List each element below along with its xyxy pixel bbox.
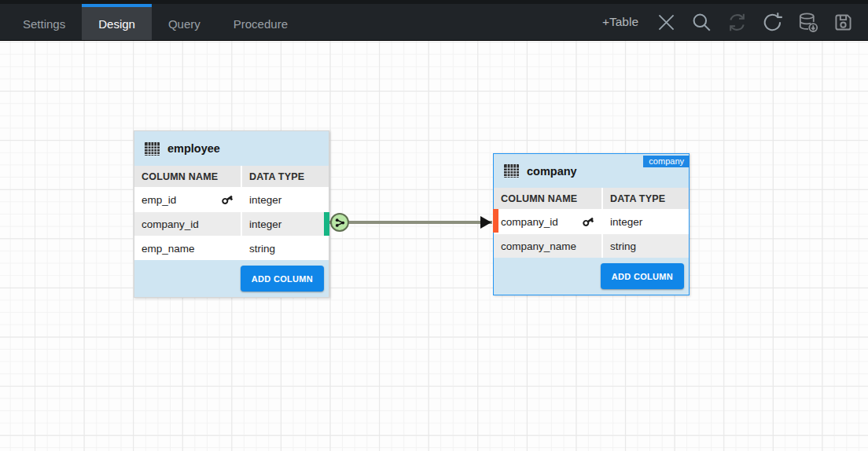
tab-query[interactable]: Query bbox=[152, 4, 217, 40]
data-type-cell[interactable]: integer bbox=[603, 210, 689, 233]
table-selection-badge: company bbox=[643, 156, 690, 167]
add-column-button[interactable]: ADD COLUMN bbox=[601, 263, 684, 289]
table-columns: COLUMN NAME DATA TYPE emp_id integer com… bbox=[134, 166, 329, 260]
column-name-cell[interactable]: company_id bbox=[134, 212, 241, 236]
column-name-cell[interactable]: company_id bbox=[494, 210, 601, 233]
table-grid-icon bbox=[503, 163, 520, 179]
merge-icon bbox=[334, 217, 346, 229]
table-columns: COLUMN NAME DATA TYPE company_id integer… bbox=[494, 188, 689, 258]
tab-design[interactable]: Design bbox=[82, 4, 152, 40]
table-card-company[interactable]: company company COLUMN NAME DATA TYPE co… bbox=[493, 153, 690, 295]
tab-settings[interactable]: Settings bbox=[6, 4, 82, 40]
relationship-connector-handle[interactable] bbox=[330, 213, 349, 232]
database-export-icon[interactable] bbox=[793, 8, 822, 36]
data-type-cell[interactable]: string bbox=[603, 234, 689, 258]
close-icon[interactable] bbox=[652, 8, 680, 36]
table-footer: ADD COLUMN bbox=[134, 260, 329, 297]
top-navbar: Settings Design Query Procedure +Table bbox=[0, 0, 868, 41]
nav-actions: +Table bbox=[596, 4, 857, 40]
column-header-name: COLUMN NAME bbox=[494, 188, 601, 209]
add-column-button[interactable]: ADD COLUMN bbox=[241, 266, 324, 292]
table-name: company bbox=[527, 165, 577, 178]
relation-target-handle[interactable] bbox=[493, 209, 498, 233]
column-name-cell[interactable]: emp_name bbox=[134, 236, 241, 260]
table-grid-icon bbox=[144, 141, 160, 157]
save-icon[interactable] bbox=[829, 8, 857, 36]
relationship-arrowhead-icon bbox=[480, 216, 491, 229]
relation-source-handle[interactable] bbox=[324, 212, 329, 236]
search-icon[interactable] bbox=[687, 8, 715, 36]
column-name-cell[interactable]: emp_id bbox=[134, 188, 241, 211]
table-name: employee bbox=[167, 142, 220, 155]
nav-tabs: Settings Design Query Procedure bbox=[6, 4, 304, 40]
design-canvas[interactable]: employee COLUMN NAME DATA TYPE emp_id in… bbox=[0, 41, 868, 451]
table-card-employee[interactable]: employee COLUMN NAME DATA TYPE emp_id in… bbox=[134, 130, 329, 298]
tab-procedure[interactable]: Procedure bbox=[217, 4, 304, 40]
data-type-cell[interactable]: integer bbox=[242, 212, 329, 236]
column-header-type: DATA TYPE bbox=[603, 188, 689, 209]
primary-key-icon bbox=[582, 215, 594, 228]
column-header-type: DATA TYPE bbox=[242, 166, 329, 187]
sync-icon[interactable] bbox=[723, 8, 751, 36]
table-header[interactable]: employee bbox=[134, 131, 329, 166]
table-footer: ADD COLUMN bbox=[494, 258, 689, 295]
primary-key-icon bbox=[221, 193, 234, 206]
column-name-cell[interactable]: company_name bbox=[494, 234, 601, 258]
column-header-name: COLUMN NAME bbox=[134, 166, 241, 187]
redo-icon[interactable] bbox=[758, 8, 786, 36]
relationship-line bbox=[329, 221, 492, 224]
data-type-cell[interactable]: integer bbox=[242, 188, 329, 211]
data-type-cell[interactable]: string bbox=[242, 236, 329, 260]
add-table-button[interactable]: +Table bbox=[596, 15, 645, 29]
